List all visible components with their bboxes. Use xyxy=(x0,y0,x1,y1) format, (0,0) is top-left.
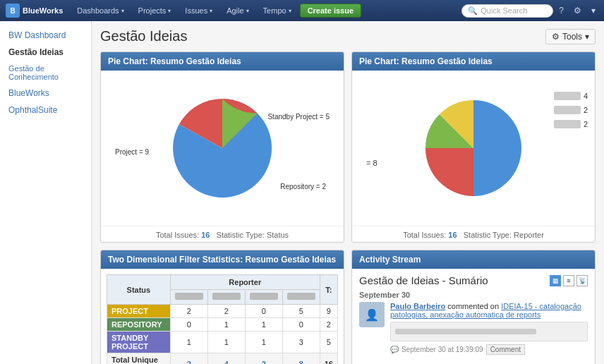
activity-timestamp: 💬 September 30 at 19:39:09 Comment xyxy=(390,344,588,355)
sidebar-item-gestao-ideias[interactable]: Gestão Ideias xyxy=(0,44,91,61)
nav-issues[interactable]: Issues ▾ xyxy=(179,0,218,21)
table-row-project-v4: 5 xyxy=(282,305,320,318)
table-total-v1: 2 xyxy=(170,353,207,365)
chevron-down-icon: ▾ xyxy=(289,8,291,14)
logo: B BlueWorks xyxy=(6,4,63,18)
table-panel: Two Dimensional Filter Statistics: Resum… xyxy=(100,250,344,364)
table-reporter-header: Reporter xyxy=(170,275,320,290)
app-body: BW Dashboard Gestão Ideias Gestão de Con… xyxy=(0,21,604,364)
pie-chart-2-header: Pie Chart: Resumo Gestão Ideias xyxy=(352,52,595,71)
search-icon: 🔍 xyxy=(468,6,478,16)
table-row-project-v3: 0 xyxy=(245,305,282,318)
table-row-standby-label: STANDBY PROJECT xyxy=(107,332,171,353)
table-panel-body: Status Reporter T: xyxy=(101,269,344,364)
activity-view-icons: ▦ ≡ 📡 xyxy=(550,275,588,286)
avatar: 👤 xyxy=(359,302,385,327)
chevron-down-icon: ▾ xyxy=(168,8,171,14)
user-icon[interactable]: ▾ xyxy=(588,4,598,17)
table-total-v2: 4 xyxy=(207,353,245,365)
pie-chart-2-body: 4 2 2 = 8 xyxy=(352,71,595,226)
table-row: PROJECT 2 2 0 5 9 xyxy=(107,305,338,318)
comment-badge: Comment xyxy=(486,344,525,355)
settings-icon[interactable]: ⚙ xyxy=(571,4,584,17)
nav-agile[interactable]: Agile ▾ xyxy=(221,0,254,21)
activity-user-link[interactable]: Paulo Barbeiro xyxy=(390,302,445,310)
pie-chart-1-body: Standby Project = 5 Project = 9 Reposito… xyxy=(101,71,344,226)
table-row: REPOSITORY 0 1 1 0 2 xyxy=(107,318,338,332)
pie2-legend-3: 2 xyxy=(554,120,588,128)
pie-1-label-standby: Standby Project = 5 xyxy=(267,113,330,121)
search-placeholder: Quick Search xyxy=(481,6,527,15)
table-row-standby-v1: 1 xyxy=(170,332,207,353)
table-col-2 xyxy=(207,290,245,305)
activity-list-icon[interactable]: ≡ xyxy=(563,275,574,286)
nav-icons: ? ⚙ ▾ xyxy=(556,4,598,17)
dashboard-grid-top: Pie Chart: Resumo Gestão Ideias xyxy=(100,51,596,243)
page-header: Gestão Ideias ⚙ Tools ▾ xyxy=(100,28,596,44)
dashboard-grid-bottom: Two Dimensional Filter Statistics: Resum… xyxy=(100,250,596,364)
table-total-header: T: xyxy=(320,275,337,305)
logo-icon: B xyxy=(6,4,20,18)
table-row-repo-v4: 0 xyxy=(282,318,320,332)
table-row-repo-total: 2 xyxy=(320,318,337,332)
statistics-table: Status Reporter T: xyxy=(107,274,338,364)
pie-1-total-link[interactable]: 16 xyxy=(201,231,210,239)
activity-item: 👤 Paulo Barbeiro commented on IDEIA-15 -… xyxy=(359,302,588,355)
pie-chart-panel-2: Pie Chart: Resumo Gestão Ideias xyxy=(351,51,596,243)
activity-date: September 30 xyxy=(359,291,588,299)
pie-2-total-link[interactable]: 16 xyxy=(448,231,457,239)
pie-chart-2-footer: Total Issues: 16 Statistic Type: Reporte… xyxy=(352,226,595,242)
help-icon[interactable]: ? xyxy=(556,4,567,17)
chevron-down-icon: ▾ xyxy=(585,32,589,42)
sidebar-item-blueworks[interactable]: BlueWorks xyxy=(0,85,91,102)
tools-button[interactable]: ⚙ Tools ▾ xyxy=(545,29,596,44)
activity-content: Paulo Barbeiro commented on IDEIA-15 - c… xyxy=(390,302,588,355)
pie-chart-panel-1: Pie Chart: Resumo Gestão Ideias xyxy=(100,51,344,243)
pie-chart-1-footer: Total Issues: 16 Statistic Type: Status xyxy=(101,226,344,242)
top-navigation: B BlueWorks Dashboards ▾ Projects ▾ Issu… xyxy=(0,0,604,21)
page-title: Gestão Ideias xyxy=(100,28,187,44)
activity-title: Gestão de Ideias - Sumário ▦ ≡ 📡 xyxy=(359,274,588,286)
pie2-legend-2: 2 xyxy=(554,106,588,114)
table-total-total: 16 xyxy=(320,353,337,365)
activity-text: Paulo Barbeiro commented on IDEIA-15 - c… xyxy=(390,302,588,319)
sidebar: BW Dashboard Gestão Ideias Gestão de Con… xyxy=(0,21,92,364)
table-row: STANDBY PROJECT 1 1 1 3 5 xyxy=(107,332,338,353)
table-row-project-v2: 2 xyxy=(207,305,245,318)
sidebar-item-gestao-conhecimento[interactable]: Gestão de Conhecimento xyxy=(0,61,91,85)
pie2-label-left: = 8 xyxy=(366,159,378,167)
create-issue-button[interactable]: Create issue xyxy=(300,4,361,18)
table-total-v4: 8 xyxy=(282,353,320,365)
logo-text: BlueWorks xyxy=(23,6,63,15)
nav-tempo[interactable]: Tempo ▾ xyxy=(258,0,297,21)
table-row-standby-v2: 1 xyxy=(207,332,245,353)
table-row-standby-v4: 3 xyxy=(282,332,320,353)
table-col-4 xyxy=(282,290,320,305)
nav-projects[interactable]: Projects ▾ xyxy=(133,0,177,21)
activity-comment-preview xyxy=(390,322,588,341)
pie2-segment-red xyxy=(425,148,473,196)
pie-1-label-project: Project = 9 xyxy=(115,148,149,156)
table-row-standby-v3: 1 xyxy=(245,332,282,353)
table-total-v3: 2 xyxy=(245,353,282,365)
activity-grid-icon[interactable]: ▦ xyxy=(550,275,561,286)
table-total-row: Total Unique Issues: 2 4 2 8 16 xyxy=(107,353,338,365)
sidebar-item-bw-dashboard[interactable]: BW Dashboard xyxy=(0,27,91,44)
chevron-down-icon: ▾ xyxy=(210,8,212,14)
activity-feed-icon[interactable]: 📡 xyxy=(576,275,588,286)
table-row-project-total: 9 xyxy=(320,305,337,318)
nav-dashboards[interactable]: Dashboards ▾ xyxy=(71,0,129,21)
activity-panel-header: Activity Stream xyxy=(352,250,595,269)
pie2-legend-1: 4 xyxy=(554,92,588,100)
sidebar-item-ophthal[interactable]: OphthalSuite xyxy=(0,102,91,119)
activity-panel-body: Gestão de Ideias - Sumário ▦ ≡ 📡 Septemb… xyxy=(352,269,595,360)
pie2-segment-blue xyxy=(473,100,521,196)
table-row-repo-v3: 1 xyxy=(245,318,282,332)
table-panel-header: Two Dimensional Filter Statistics: Resum… xyxy=(101,250,344,269)
chevron-down-icon: ▾ xyxy=(246,8,249,14)
pie-chart-1-container: Standby Project = 5 Project = 9 Reposito… xyxy=(108,78,337,219)
search-box[interactable]: 🔍 Quick Search xyxy=(461,4,553,18)
table-row-project-label: PROJECT xyxy=(107,305,171,318)
pie-chart-1-svg xyxy=(166,92,279,205)
pie-1-label-repository: Repository = 2 xyxy=(280,183,326,190)
